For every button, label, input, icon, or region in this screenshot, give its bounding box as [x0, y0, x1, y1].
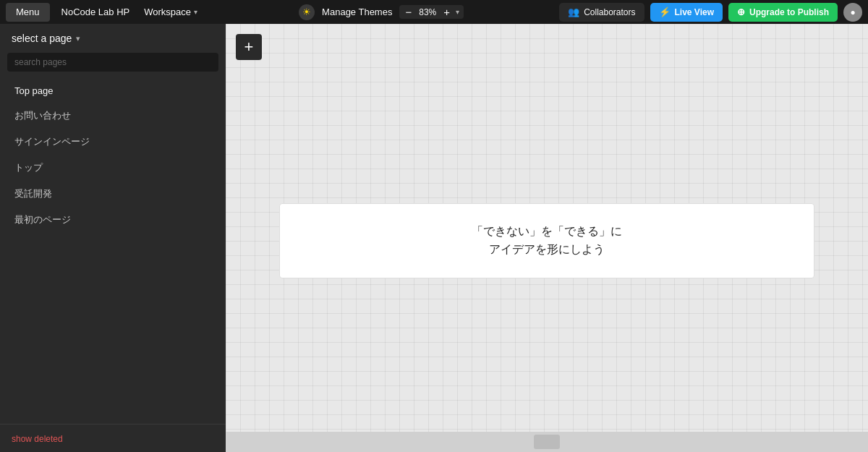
publish-icon: [737, 7, 745, 17]
canvas-area: + 「できない」を「できる」に アイデアを形にしよう: [226, 24, 868, 452]
sidebar: select a page ▾ Top pageお問い合わせサインインページトッ…: [0, 24, 226, 452]
pages-list: Top pageお問い合わせサインインページトップ受託開発最初のページ: [0, 76, 226, 424]
app-name: NoCode Lab HP: [56, 7, 136, 17]
page-list-item[interactable]: 受託開発: [0, 181, 226, 207]
main-layout: select a page ▾ Top pageお問い合わせサインインページトッ…: [0, 24, 868, 452]
page-list-item[interactable]: 最初のページ: [0, 207, 226, 233]
search-pages-input[interactable]: [7, 53, 218, 72]
show-deleted-link[interactable]: show deleted: [12, 434, 63, 444]
zoom-controls: − 83% + ▾: [399, 5, 464, 19]
page-list-item[interactable]: Top page: [0, 79, 226, 103]
chevron-down-icon: ▾: [194, 8, 197, 16]
publish-label: Upgrade to Publish: [749, 7, 829, 17]
theme-icon[interactable]: ☀: [299, 4, 315, 20]
collaborators-button[interactable]: Collaborators: [559, 3, 644, 22]
live-view-button[interactable]: Live View: [650, 3, 723, 22]
canvas-bottom-handle[interactable]: [534, 435, 560, 449]
collaborators-label: Collaborators: [584, 7, 635, 17]
zoom-dropdown-icon[interactable]: ▾: [454, 8, 461, 16]
sun-icon: ☀: [302, 7, 311, 17]
canvas-bottom-bar: [226, 432, 868, 452]
zoom-out-button[interactable]: −: [402, 7, 414, 17]
zoom-level-display: 83%: [416, 7, 439, 17]
publish-button[interactable]: Upgrade to Publish: [728, 3, 838, 22]
bolt-icon: [659, 7, 671, 17]
page-list-item[interactable]: サインインページ: [0, 129, 226, 155]
add-element-button[interactable]: +: [236, 34, 262, 60]
plus-icon: +: [244, 39, 254, 55]
avatar-initial: ●: [850, 7, 855, 17]
manage-themes-button[interactable]: Manage Themes: [322, 7, 392, 17]
page-list-item[interactable]: お問い合わせ: [0, 103, 226, 129]
page-selector-header[interactable]: select a page ▾: [0, 24, 226, 53]
canvas-text-line2: アイデアを形にしよう: [489, 242, 605, 257]
canvas-text-line1: 「できない」を「できる」に: [472, 224, 622, 239]
workspace-dropdown[interactable]: Workspace ▾: [138, 7, 203, 17]
workspace-label: Workspace: [144, 7, 191, 17]
select-page-arrow-icon: ▾: [76, 34, 80, 43]
select-page-label: select a page: [12, 33, 72, 44]
zoom-in-button[interactable]: +: [441, 7, 453, 17]
sidebar-footer: show deleted: [0, 424, 226, 452]
avatar[interactable]: ●: [843, 3, 862, 22]
topbar-center: ☀ Manage Themes − 83% + ▾: [203, 4, 559, 20]
live-view-label: Live View: [675, 7, 714, 17]
topbar: Menu NoCode Lab HP Workspace ▾ ☀ Manage …: [0, 0, 868, 24]
page-list-item[interactable]: トップ: [0, 155, 226, 181]
people-icon: [568, 7, 579, 17]
canvas-text-block[interactable]: 「できない」を「できる」に アイデアを形にしよう: [279, 203, 814, 278]
menu-button[interactable]: Menu: [6, 3, 50, 22]
topbar-right: Collaborators Live View Upgrade to Publi…: [559, 3, 862, 22]
